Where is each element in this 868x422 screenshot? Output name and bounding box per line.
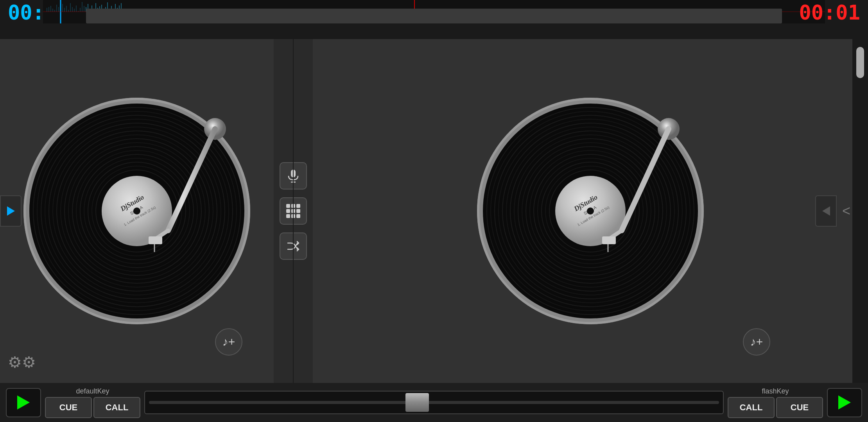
nav-right-icon — [822, 206, 830, 216]
scrollbar-thumb — [856, 47, 864, 78]
left-cue-call-group: defaultKey CUE CALL — [45, 387, 140, 418]
waveform-scrollbar[interactable] — [86, 9, 782, 23]
deck-right: DjStudio SIDE A 1. Load the track (2.5s) — [313, 39, 868, 383]
right-scrollbar[interactable] — [852, 39, 868, 383]
play-right-button[interactable] — [827, 388, 862, 417]
deck-left: DjStudio SIDE A 1. Load the track (2.5s) — [0, 39, 274, 383]
turntable-left[interactable]: DjStudio SIDE A 1. Load the track (2.5s) — [23, 98, 250, 324]
turntable-right[interactable]: DjStudio SIDE A 1. Load the track (2.5s) — [477, 98, 704, 324]
right-cue-call-buttons: CALL CUE — [728, 397, 823, 418]
crossfader-track — [149, 401, 719, 404]
right-cue-call-group: flashKey CALL CUE — [728, 387, 823, 418]
deck-area: DjStudio SIDE A 1. Load the track (2.5s) — [0, 39, 868, 383]
nav-arrow-right[interactable] — [815, 195, 837, 227]
play-right-icon — [838, 395, 851, 409]
deck-center — [274, 39, 313, 383]
add-music-left-button[interactable]: ♪+ — [215, 328, 242, 356]
play-left-icon — [7, 206, 15, 216]
crossfader[interactable] — [144, 391, 724, 414]
play-left-button[interactable] — [6, 388, 41, 417]
time-right: 00:01 — [799, 1, 860, 24]
waveform-canvas[interactable] — [43, 0, 825, 23]
left-cue-call-buttons: CUE CALL — [45, 397, 140, 418]
nav-arrow-left[interactable] — [0, 195, 22, 227]
add-music-right-button[interactable]: ♪+ — [743, 328, 770, 356]
left-key-label: defaultKey — [45, 387, 140, 395]
left-call-button[interactable]: CALL — [93, 397, 140, 418]
right-key-label: flashKey — [728, 387, 823, 395]
crossfader-knob[interactable] — [405, 393, 429, 412]
settings-icon[interactable]: ⚙⚙ — [8, 353, 36, 371]
left-cue-button[interactable]: CUE — [45, 397, 92, 418]
bottom-bar: defaultKey CUE CALL flashKey CALL CUE — [0, 383, 868, 422]
svg-point-67 — [133, 207, 140, 215]
waveform-bar: 00:11 — [0, 0, 868, 39]
right-cue-button[interactable]: CUE — [776, 397, 823, 418]
chevron-right-button[interactable]: < — [842, 203, 850, 219]
svg-point-100 — [587, 207, 594, 215]
right-call-button[interactable]: CALL — [728, 397, 775, 418]
play-left-icon — [17, 395, 30, 409]
center-divider — [293, 39, 294, 383]
